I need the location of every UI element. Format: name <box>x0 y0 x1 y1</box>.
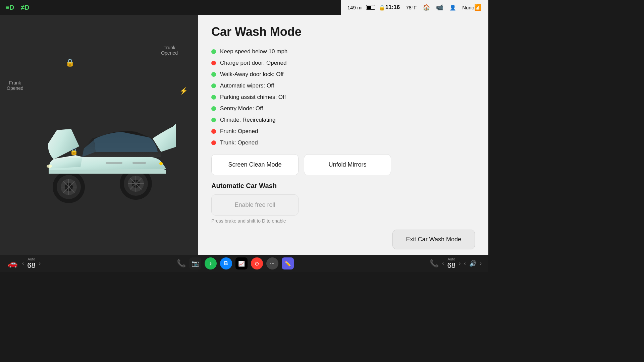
car-visualization: Frunk Opened Trunk Opened <box>0 15 198 272</box>
dock-spotify-icon[interactable]: ♪ <box>205 257 217 269</box>
status-bar-right: 📶 <box>474 4 482 11</box>
car-image: 🔒 ⚡ <box>22 80 176 207</box>
enable-free-roll-button[interactable]: Enable free roll <box>211 194 299 216</box>
top-bar: ≡D ≠D <box>0 0 198 15</box>
page-title: Car Wash Mode <box>211 25 475 39</box>
dock-left-section: 🚗 ‹ Auto 68 › <box>7 257 41 270</box>
home-icon: 🏠 <box>423 4 430 11</box>
status-item-sentry: Sentry Mode: Off <box>211 105 475 112</box>
mileage: 149 mi <box>347 5 363 10</box>
status-dot-red <box>211 61 216 65</box>
dock-camera-app-icon[interactable]: 📷 <box>189 257 201 269</box>
left-panel: ≡D ≠D Frunk Opened Trunk Opened <box>0 0 198 272</box>
dock-right-section: 📞 ‹ Auto 68 › ‹ 🔊 › <box>430 257 482 270</box>
dock-right-arrow-forward[interactable]: › <box>459 260 461 266</box>
dock-volume-back-arrow[interactable]: ‹ <box>464 260 466 266</box>
time-display: 11:16 <box>385 4 400 11</box>
status-bar-left: 149 mi 🔒 <box>347 4 385 11</box>
dock-stocks-icon[interactable]: 📈 <box>235 257 248 269</box>
dock-red-camera-icon[interactable]: ⊙ <box>251 257 263 269</box>
dock-pencil-icon[interactable]: ✏️ <box>282 257 294 269</box>
trunk-label: Trunk Opened <box>161 45 178 56</box>
status-label: Sentry Mode: Off <box>220 105 263 112</box>
status-item-wipers: Automatic wipers: Off <box>211 82 475 89</box>
dock-volume-icon[interactable]: 🔊 <box>469 260 477 267</box>
status-label: Keep speed below 10 mph <box>220 48 287 55</box>
dock-left-arrow-forward[interactable]: › <box>39 260 41 266</box>
wifi-icon: 📶 <box>474 4 482 11</box>
headlight-icon-1: ≡D <box>5 4 14 11</box>
charging-bolt-icon: ⚡ <box>179 87 188 95</box>
dock-right-number: 68 <box>447 261 455 270</box>
dock-right-auto-label: Auto <box>447 257 455 261</box>
person-icon: 👤 <box>449 4 456 11</box>
dock-right-number-group: Auto 68 <box>447 257 455 270</box>
status-bar-center: 11:16 78°F 🏠 📹 👤 Nuno <box>385 4 474 11</box>
status-label: Walk-Away door lock: Off <box>220 71 284 78</box>
dock-car-icon[interactable]: 🚗 <box>7 257 19 269</box>
button-row-1: Screen Clean Mode Unfold Mirrors <box>211 154 475 175</box>
battery-icon <box>366 5 375 10</box>
status-item-frunk: Frunk: Opened <box>211 128 475 135</box>
dock-left-number-group: Auto 68 <box>27 257 35 270</box>
status-dot-red <box>211 140 216 145</box>
dock-phone-icon[interactable]: 📞 <box>177 259 186 268</box>
status-label: Climate: Recirculating <box>220 117 275 123</box>
car-lock-icon: 🔒 <box>65 58 74 67</box>
right-panel: Car Wash Mode Keep speed below 10 mph Ch… <box>198 15 488 255</box>
headlight-icon-2: ≠D <box>21 4 29 11</box>
status-dot-green <box>211 49 216 54</box>
dock-center-section: 📞 📷 ♪ B 📈 ⊙ ··· ✏️ <box>177 257 294 269</box>
temperature-display: 78°F <box>406 5 417 10</box>
status-bar: 149 mi 🔒 11:16 78°F 🏠 📹 👤 Nuno 📶 <box>341 0 488 15</box>
status-dot-green <box>211 118 216 122</box>
screen-clean-mode-button[interactable]: Screen Clean Mode <box>211 154 299 175</box>
status-dot-green <box>211 106 216 111</box>
status-dot-green <box>211 83 216 88</box>
frunk-label: Frunk Opened <box>7 80 23 91</box>
svg-rect-16 <box>106 162 122 164</box>
status-item-speed: Keep speed below 10 mph <box>211 48 475 55</box>
dock: 🚗 ‹ Auto 68 › 📞 📷 ♪ B 📈 ⊙ ··· ✏️ 📞 ‹ Aut… <box>0 255 488 272</box>
username: Nuno <box>462 5 474 10</box>
status-label: Automatic wipers: Off <box>220 82 274 89</box>
status-item-trunk: Trunk: Opened <box>211 139 475 146</box>
dock-left-auto-label: Auto <box>28 257 35 261</box>
status-label: Charge port door: Opened <box>220 60 286 66</box>
dock-left-arrow-back[interactable]: ‹ <box>22 260 24 266</box>
svg-point-18 <box>159 162 163 165</box>
status-label: Parking assist chimes: Off <box>220 94 286 101</box>
status-item-walkaway: Walk-Away door lock: Off <box>211 71 475 78</box>
press-brake-text: Press brake and shift to D to enable <box>211 218 475 224</box>
dock-bluetooth-icon[interactable]: B <box>220 257 232 269</box>
status-dot-green <box>211 72 216 77</box>
status-dot-green <box>211 95 216 100</box>
status-list: Keep speed below 10 mph Charge port door… <box>211 48 475 146</box>
exit-car-wash-mode-button[interactable]: Exit Car Wash Mode <box>392 230 475 249</box>
unfold-mirrors-button[interactable]: Unfold Mirrors <box>304 154 391 175</box>
dock-more-icon[interactable]: ··· <box>266 257 278 269</box>
dock-right-phone-icon[interactable]: 📞 <box>430 259 439 268</box>
status-label: Frunk: Opened <box>220 128 258 135</box>
camera-icon: 📹 <box>436 4 443 11</box>
lock-status-icon: 🔒 <box>379 4 385 11</box>
svg-rect-17 <box>132 162 146 164</box>
dock-right-arrow-back[interactable]: ‹ <box>442 260 444 266</box>
status-label: Trunk: Opened <box>220 139 258 146</box>
status-item-climate: Climate: Recirculating <box>211 117 475 123</box>
svg-text:🔒: 🔒 <box>70 147 78 155</box>
status-item-parking-chimes: Parking assist chimes: Off <box>211 94 475 101</box>
dock-volume-forward-arrow[interactable]: › <box>480 260 482 266</box>
automatic-section-title: Automatic Car Wash <box>211 182 475 190</box>
status-item-charge-port: Charge port door: Opened <box>211 60 475 66</box>
svg-point-21 <box>47 165 52 168</box>
status-dot-red <box>211 129 216 134</box>
dock-left-number: 68 <box>27 261 35 270</box>
